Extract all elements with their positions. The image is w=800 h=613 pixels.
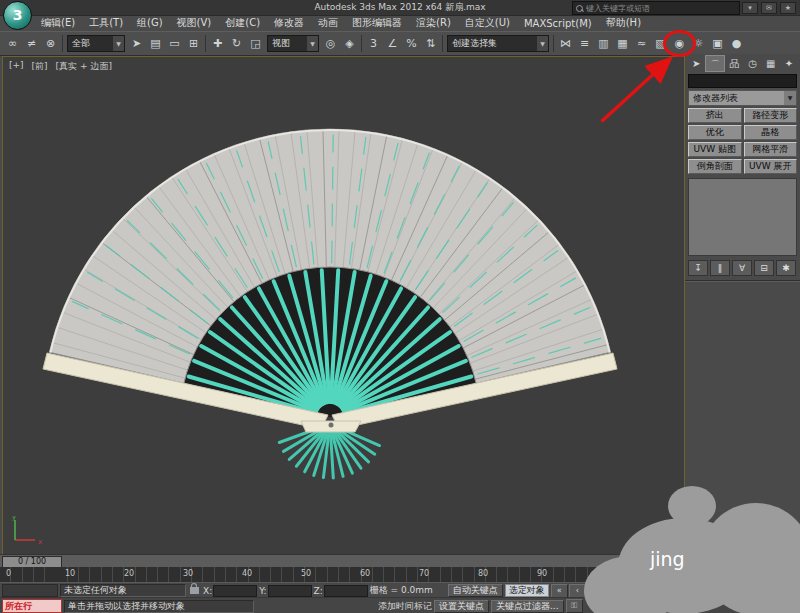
coord-x-field[interactable] [213, 585, 257, 597]
render-setup-icon[interactable]: ☼ [689, 34, 708, 53]
material-editor-icon[interactable]: ◉ [670, 34, 689, 53]
menu-item-1[interactable]: 工具(T) [82, 16, 130, 30]
communication-center-icon[interactable]: ✉ [761, 2, 777, 14]
track-tick-10: 10 [65, 569, 75, 578]
key-filters-button[interactable]: 关键点过滤器... [491, 600, 564, 613]
fan-model[interactable] [3, 57, 684, 554]
selection-filter-dropdown[interactable]: 全部▼ [67, 35, 125, 52]
select-and-rotate-icon[interactable]: ↻ [227, 34, 246, 53]
go-to-start-icon[interactable]: « [551, 584, 568, 598]
favorites-icon[interactable]: ★ [780, 2, 796, 14]
viewport-shading-menu[interactable]: [真实 + 边面] [56, 60, 112, 73]
tab-display[interactable]: ▦ [762, 55, 780, 72]
track-tick-70: 70 [419, 569, 429, 578]
viewport-view-menu[interactable]: [前] [32, 60, 48, 73]
menu-item-7[interactable]: 图形编辑器 [345, 16, 409, 30]
front-viewport[interactable]: [+] [前] [真实 + 边面] x y [2, 56, 685, 555]
modifier-button-6[interactable]: 倒角剖面 [688, 159, 742, 174]
graphite-ribbon-icon[interactable]: ▦ [613, 34, 632, 53]
modifier-list-dropdown[interactable]: 修改器列表 ▼ [688, 90, 797, 106]
unlink-selection-icon[interactable]: ≠ [22, 34, 41, 53]
bind-to-space-warp-icon[interactable]: ⊗ [41, 34, 60, 53]
set-key-button[interactable]: 设置关键点 [434, 600, 489, 613]
add-time-tag[interactable]: 添加时间标记 [378, 600, 432, 613]
menu-item-3[interactable]: 视图(V) [170, 16, 219, 30]
svg-text:y: y [12, 516, 16, 521]
tab-create[interactable]: ➤ [687, 55, 705, 72]
help-dropdown-icon[interactable]: ▾ [742, 2, 758, 14]
select-and-scale-icon[interactable]: ◲ [246, 34, 265, 53]
modifier-button-5[interactable]: 网格平滑 [744, 142, 798, 157]
percent-snap-icon[interactable]: % [402, 34, 421, 53]
modifier-button-0[interactable]: 挤出 [688, 108, 742, 123]
modifier-button-7[interactable]: UVW 展开 [744, 159, 798, 174]
selected-filter-dropdown[interactable]: 选定对象 [505, 584, 549, 597]
modifier-button-3[interactable]: 晶格 [744, 125, 798, 140]
selection-lock-icon[interactable] [190, 587, 199, 594]
reference-coordinate-dropdown[interactable]: 视图▼ [267, 35, 319, 52]
curve-editor-icon[interactable]: ≈ [632, 34, 651, 53]
track-tick-0: 0 [6, 569, 11, 578]
menu-item-2[interactable]: 组(G) [130, 16, 170, 30]
angle-snap-icon[interactable]: ∠ [383, 34, 402, 53]
svg-text:x: x [38, 538, 42, 546]
title-bar: Autodesk 3ds Max 2012 x64 新扇.max 键入关键字或短… [0, 0, 800, 16]
select-object-icon[interactable]: ➤ [127, 34, 146, 53]
named-selection-sets-dropdown[interactable]: 创建选择集▼ [447, 35, 549, 52]
mirror-icon[interactable]: ⋈ [556, 34, 575, 53]
select-and-manipulate-icon[interactable]: ◈ [340, 34, 359, 53]
menu-item-4[interactable]: 创建(C) [218, 16, 267, 30]
use-pivot-center-icon[interactable]: ◎ [321, 34, 340, 53]
maxscript-mini-listener[interactable]: 所在行 [2, 599, 62, 613]
configure-modifier-sets-icon[interactable]: ✱ [776, 260, 796, 276]
key-mode-toggle-icon[interactable]: ⚿ [566, 599, 583, 613]
app-logo-icon[interactable]: 3 [3, 1, 32, 30]
menu-item-5[interactable]: 修改器 [267, 16, 311, 30]
window-crossing-icon[interactable]: ⊞ [184, 34, 203, 53]
menu-bar: 编辑(E)工具(T)组(G)视图(V)创建(C)修改器动画图形编辑器渲染(R)自… [34, 15, 800, 31]
coord-y-field[interactable] [268, 585, 312, 597]
remove-modifier-icon[interactable]: ⊟ [754, 260, 774, 276]
rect-selection-region-icon[interactable]: ▭ [165, 34, 184, 53]
align-icon[interactable]: ≡ [575, 34, 594, 53]
show-end-result-icon[interactable]: ‖ [710, 260, 730, 276]
object-name-field[interactable] [688, 74, 797, 88]
maxscript-macro-line[interactable] [2, 584, 58, 597]
auto-key-button[interactable]: 自动关键点 [448, 584, 503, 597]
layer-manager-icon[interactable]: ▥ [594, 34, 613, 53]
modifier-button-1[interactable]: 路径变形 [744, 108, 798, 123]
toolbar-separator [205, 35, 206, 52]
track-bar[interactable]: 0102030405060708090100 [0, 567, 683, 583]
modifier-stack[interactable] [688, 178, 797, 256]
snaps-toggle-icon[interactable]: 3 [364, 34, 383, 53]
named-selection-sets-dropdown-label: 创建选择集 [452, 37, 497, 50]
toolbar-separator [553, 35, 554, 52]
modifier-button-4[interactable]: UVW 贴图 [688, 142, 742, 157]
schematic-view-icon[interactable]: ▧ [651, 34, 670, 53]
menu-item-9[interactable]: 自定义(U) [458, 16, 517, 30]
viewport-general-menu[interactable]: [+] [9, 60, 24, 73]
render-production-icon[interactable]: ● [727, 34, 746, 53]
infocenter-search[interactable]: 键入关键字或短语 [572, 1, 740, 15]
menu-item-6[interactable]: 动画 [311, 16, 345, 30]
tab-utilities[interactable]: ✦ [780, 55, 798, 72]
menu-item-10[interactable]: MAXScript(M) [517, 18, 599, 29]
select-and-link-icon[interactable]: ∞ [3, 34, 22, 53]
coord-z-field[interactable] [324, 585, 368, 597]
menu-item-8[interactable]: 渲染(R) [409, 16, 458, 30]
tab-hierarchy[interactable]: 品 [725, 55, 743, 72]
modifier-button-2[interactable]: 优化 [688, 125, 742, 140]
infocenter-buttons: ▾ ✉ ★ [742, 2, 796, 14]
menu-item-11[interactable]: 帮助(H) [599, 16, 648, 30]
select-and-move-icon[interactable]: ✚ [208, 34, 227, 53]
tab-modify[interactable]: ⌒ [705, 55, 725, 72]
make-unique-icon[interactable]: ∀ [732, 260, 752, 276]
pin-stack-icon[interactable]: ↧ [688, 260, 708, 276]
watermark-cloud [668, 486, 716, 526]
menu-item-0[interactable]: 编辑(E) [34, 16, 82, 30]
tab-motion[interactable]: ◷ [744, 55, 762, 72]
track-tick-50: 50 [301, 569, 311, 578]
select-by-name-icon[interactable]: ▤ [146, 34, 165, 53]
spinner-snap-icon[interactable]: ⇅ [421, 34, 440, 53]
rendered-frame-window-icon[interactable]: ▣ [708, 34, 727, 53]
